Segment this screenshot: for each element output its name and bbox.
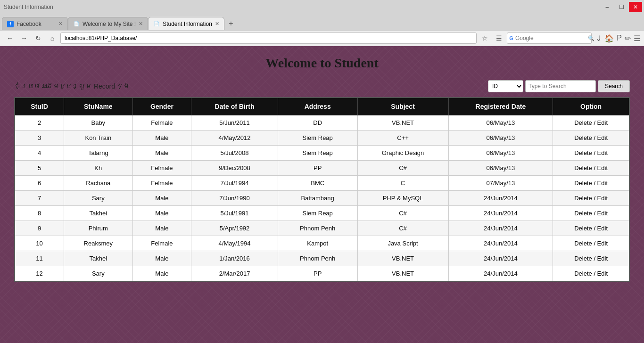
new-tab-button[interactable]: + (224, 17, 238, 30)
table-row: 8TakheiMale5/Jul/1991Siem ReapC#24/Jun/2… (15, 206, 629, 221)
tab-welcome-label: Welcome to My Site ! (83, 21, 136, 27)
tab-welcome[interactable]: 📄 Welcome to My Site ! ✕ (68, 17, 148, 30)
col-option: Option (553, 98, 629, 115)
toolbar: ចំប្រាស់នេះតើមប្បន្លួម Record ថ្មី ID Na… (14, 80, 630, 92)
col-address: Address (278, 98, 357, 115)
student-table: StuID StuName Gender Date of Birth Addre… (14, 97, 630, 282)
tab-student-close[interactable]: ✕ (215, 21, 219, 27)
col-regdate: Registered Date (448, 98, 553, 115)
table-row: 7SaryMale7/Jun/1990BattambangPHP & MySQL… (15, 191, 629, 206)
home-nav-icon[interactable]: 🏠 (604, 34, 614, 43)
table-row: 12SaryMale2/Mar/2017PPVB.NET24/Jun/2014D… (15, 266, 629, 282)
downloads-icon[interactable]: ⇓ (595, 34, 602, 43)
page-title: Welcome to Student (14, 56, 630, 71)
table-row: 6RachanaFelmale7/Jul/1994BMCC07/May/13De… (15, 176, 629, 191)
col-stuid: StuID (15, 98, 64, 115)
google-search-input[interactable] (515, 35, 586, 41)
record-label: ចំប្រាស់នេះតើមប្បន្លួម Record ថ្មី (14, 82, 130, 90)
search-button[interactable]: Search (598, 80, 630, 92)
close-button[interactable]: ✕ (629, 2, 642, 12)
table-row: 10ReaksmeyFelmale4/May/1994KampotJava Sc… (15, 236, 629, 251)
back-button[interactable]: ← (4, 32, 16, 44)
tab-facebook-close[interactable]: ✕ (58, 21, 63, 27)
page-content: Welcome to Student ចំប្រាស់នេះតើមប្បន្លួ… (0, 46, 644, 338)
search-input[interactable] (525, 80, 596, 92)
col-stuname: StuName (64, 98, 133, 115)
search-section: ID Name Gender Address Subject Search (488, 80, 630, 92)
student-favicon: 📄 (153, 21, 160, 27)
search-field-select[interactable]: ID Name Gender Address Subject (488, 80, 523, 92)
delete-edit-link[interactable]: Delete / Edit (574, 210, 608, 217)
delete-edit-link[interactable]: Delete / Edit (574, 164, 608, 172)
tab-facebook-label: Facebook (17, 21, 41, 27)
table-row: 9PhirumMale5/Apr/1992Phnom PenhC#24/Jun/… (15, 221, 629, 236)
delete-edit-link[interactable]: Delete / Edit (574, 225, 608, 232)
table-header-row: StuID StuName Gender Date of Birth Addre… (15, 98, 629, 115)
table-row: 3Kon TrainMale4/May/2012Siem ReapC++06/M… (15, 131, 629, 146)
tab-welcome-close[interactable]: ✕ (139, 21, 143, 27)
col-gender: Gender (132, 98, 191, 115)
google-icon: G (509, 35, 513, 41)
table-row: 2BabyFelmale5/Jun/2011DDVB.NET06/May/13D… (15, 115, 629, 131)
maximize-button[interactable]: ☐ (615, 2, 628, 12)
reload-button[interactable]: ↻ (32, 32, 44, 44)
delete-edit-link[interactable]: Delete / Edit (574, 255, 608, 262)
table-row: 11TakheiMale1/Jan/2016Phnom PenhVB.NET24… (15, 251, 629, 266)
facebook-favicon: f (7, 21, 14, 27)
table-row: 4TalarngMale5/Jul/2008Siem ReapGraphic D… (15, 146, 629, 161)
url-bar[interactable] (60, 33, 477, 44)
reader-button[interactable]: ☰ (493, 32, 505, 44)
forward-button[interactable]: → (18, 32, 30, 44)
delete-edit-link[interactable]: Delete / Edit (574, 180, 608, 187)
tab-student-label: Student Information (163, 21, 212, 27)
col-dob: Date of Birth (191, 98, 278, 115)
delete-edit-link[interactable]: Delete / Edit (574, 149, 608, 156)
delete-edit-link[interactable]: Delete / Edit (574, 240, 608, 247)
edit-icon[interactable]: ✏ (625, 34, 631, 43)
delete-edit-link[interactable]: Delete / Edit (574, 270, 608, 277)
table-row: 5KhFelmale9/Dec/2008PPC#06/May/13Delete … (15, 161, 629, 176)
search-icon: 🔍 (588, 35, 594, 41)
delete-edit-link[interactable]: Delete / Edit (574, 134, 608, 141)
delete-edit-link[interactable]: Delete / Edit (574, 195, 608, 202)
minimize-button[interactable]: ‒ (601, 2, 614, 12)
col-subject: Subject (357, 98, 448, 115)
browser-search-bar: G 🔍 (507, 33, 592, 44)
menu-icon[interactable]: ☰ (634, 34, 640, 43)
pinterest-icon[interactable]: P (617, 34, 622, 42)
delete-edit-link[interactable]: Delete / Edit (574, 119, 608, 126)
browser-title: Student Information (4, 4, 53, 10)
tab-facebook[interactable]: f Facebook ✕ (2, 17, 68, 30)
home-button[interactable]: ⌂ (46, 32, 58, 44)
bookmark-button[interactable]: ☆ (479, 32, 491, 44)
welcome-favicon: 📄 (73, 21, 80, 27)
tab-student[interactable]: 📄 Student Information ✕ (148, 17, 224, 30)
